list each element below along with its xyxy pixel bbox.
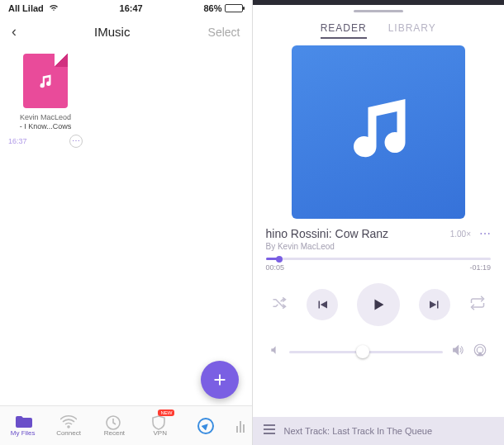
tab-label: VPN [154,429,167,437]
progress-section: 00:05 -01:19 [253,253,505,273]
bars-icon [236,419,245,433]
compass-icon [197,418,214,434]
file-item[interactable]: Kevin MacLeod - I Know...Cows 16:37 ⋯ [8,54,83,148]
tab-vpn[interactable]: NEW VPN [137,406,183,445]
tab-recent[interactable]: Recent [92,406,137,445]
volume-low-icon [269,344,281,359]
repeat-button[interactable] [469,295,486,315]
page-title: IMusic [94,25,130,39]
clock-icon [106,415,122,428]
queue-icon [263,424,276,438]
file-more-button[interactable]: ⋯ [69,135,83,148]
queue-label: Next Track: Last Track In The Queue [284,426,433,436]
airplay-button[interactable] [473,343,487,361]
album-art [292,45,465,219]
play-button[interactable] [357,283,400,326]
tab-library[interactable]: LIBRARY [388,22,436,34]
file-grid: Kevin MacLeod - I Know...Cows 16:37 ⋯ [0,49,252,153]
track-more-button[interactable]: ⋯ [479,227,491,240]
previous-button[interactable] [307,289,338,320]
sheet-handle[interactable] [253,5,505,14]
volume-slider[interactable] [289,351,444,353]
back-button[interactable]: ‹ [12,23,17,40]
tab-my-files[interactable]: My Files [0,406,45,445]
player-tabs: READER LIBRARY [253,14,505,45]
volume-high-icon [451,343,464,360]
track-artist: By Kevin MacLeod [266,242,450,251]
select-button[interactable]: Select [208,26,240,39]
tab-browser[interactable] [183,406,228,445]
tab-equalizer[interactable] [229,406,252,445]
queue-bar[interactable]: Next Track: Last Track In The Queue [253,417,505,445]
track-info: hino Rossini: Cow Ranz By Kevin MacLeod … [253,219,505,253]
player-controls [253,273,505,336]
shield-icon [152,415,169,428]
carrier-label: All Lilad [8,3,44,13]
clock-label: 16:47 [120,3,143,13]
files-screen: All Lilad 16:47 86% ‹ IMusic Select Kevi… [0,0,253,445]
file-title: - I Know...Cows [8,122,83,131]
track-title: hino Rossini: Cow Ranz [266,227,450,240]
file-author: Kevin MacLeod [8,113,83,122]
top-nav: ‹ IMusic Select [0,17,252,49]
add-button[interactable] [201,361,239,399]
next-button[interactable] [419,289,450,320]
player-screen: READER LIBRARY hino Rossini: Cow Ranz By… [253,0,505,445]
tab-connect[interactable]: Connect [45,406,91,445]
battery-pct: 86% [203,3,221,13]
wifi-icon [49,3,59,13]
new-badge: NEW [158,409,174,416]
file-time: 16:37 [8,137,27,145]
tab-label: Recent [104,429,125,437]
time-elapsed: 00:05 [266,263,285,272]
connect-icon [60,415,77,428]
bottom-tab-bar: My Files Connect Recent NEW VPN [0,405,252,445]
shuffle-button[interactable] [271,295,288,315]
speed-button[interactable]: 1.00× [450,230,471,239]
folder-icon [15,415,31,428]
progress-slider[interactable] [266,258,492,260]
music-file-icon [23,54,68,108]
status-bar: All Lilad 16:47 86% [0,0,252,17]
tab-label: Connect [56,429,81,437]
tab-label: My Files [11,429,36,437]
battery-icon [225,4,243,12]
volume-row [253,336,505,361]
tab-reader[interactable]: READER [321,22,367,34]
time-remaining: -01:19 [469,263,491,272]
